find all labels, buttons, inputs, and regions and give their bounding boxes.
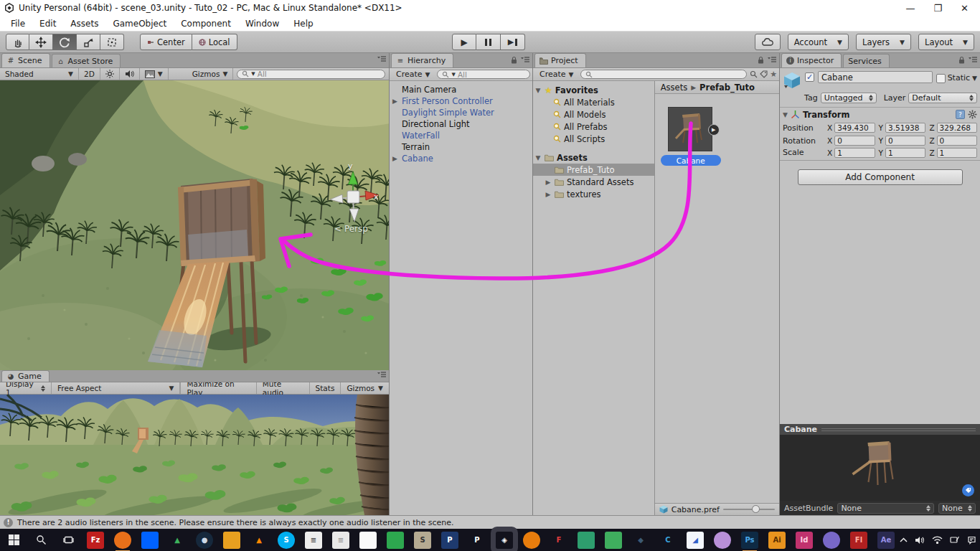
tree-all-prefabs[interactable]: All Prefabs — [533, 121, 654, 133]
lock-icon[interactable] — [958, 56, 965, 64]
maximize-on-play-button[interactable]: Maximize on Play — [180, 382, 255, 394]
status-bar[interactable]: ! There are 2 audio listeners in the sce… — [0, 515, 980, 529]
start-button[interactable] — [0, 529, 27, 551]
assetbundle-variant-dropdown[interactable]: None — [938, 503, 976, 514]
app-orange-lock-icon[interactable] — [223, 532, 240, 549]
tab-scene[interactable]: #Scene — [1, 53, 50, 67]
hierarchy-item-terrain[interactable]: Terrain — [390, 141, 532, 153]
help-icon[interactable]: ? — [956, 110, 965, 119]
photoshop-icon[interactable]: Ps — [741, 532, 758, 549]
menu-window[interactable]: Window — [239, 17, 286, 30]
menu-component[interactable]: Component — [174, 17, 237, 30]
scale-z-field[interactable]: 1 — [937, 148, 977, 158]
blender-icon[interactable] — [523, 532, 540, 549]
asset-cabane-thumbnail[interactable] — [668, 107, 712, 151]
gameobject-name-field[interactable]: Cabane — [818, 71, 933, 83]
panel-menu-icon[interactable] — [969, 57, 977, 63]
google-drive-icon[interactable]: ▲ — [169, 532, 186, 549]
lock-icon[interactable] — [758, 56, 764, 64]
hierarchy-item-daylight-simple-water[interactable]: Daylight Simple Water — [390, 107, 532, 118]
tab-services[interactable]: Services — [843, 54, 889, 67]
tree-assets[interactable]: ▼ Assets — [533, 151, 654, 164]
scene-viewport[interactable]: y x < Persp — [0, 80, 389, 370]
persp-toggle[interactable]: < Persp — [334, 224, 368, 234]
app-teal-1-icon[interactable] — [578, 532, 595, 549]
gizmo-center-cube[interactable] — [347, 191, 359, 203]
tab-game[interactable]: ◕Game — [1, 370, 50, 382]
rotate-tool-button[interactable] — [53, 34, 77, 50]
hierarchy-item-main-camera[interactable]: Main Camera — [390, 84, 532, 95]
app-ruler-icon[interactable]: ◢ — [687, 532, 704, 549]
firefox-icon[interactable] — [114, 532, 131, 549]
move-tool-button[interactable] — [29, 34, 53, 50]
draw-mode-dropdown[interactable]: Shaded▼ — [0, 68, 79, 80]
app-shield-icon[interactable]: ◆ — [632, 532, 649, 549]
position-z-field[interactable]: 329.268 — [937, 123, 977, 133]
scale-x-field[interactable]: 1 — [834, 148, 875, 158]
project-search-input[interactable] — [580, 70, 747, 79]
account-dropdown[interactable]: Account▼ — [788, 34, 849, 50]
vlc-icon[interactable]: ▲ — [250, 532, 268, 549]
pause-button[interactable] — [476, 34, 501, 50]
app-green-icon[interactable] — [387, 532, 404, 549]
layers-dropdown[interactable]: Layers▼ — [856, 34, 911, 50]
add-component-button[interactable]: Add Component — [798, 169, 963, 185]
expand-arrow-icon[interactable]: ▶ — [545, 179, 552, 186]
aspect-dropdown[interactable]: Free Aspect▼ — [52, 382, 180, 394]
app-p-dark-icon[interactable]: P — [441, 532, 458, 549]
mute-audio-button[interactable]: Mute audio — [256, 382, 309, 394]
tree-all-materials[interactable]: All Materials — [533, 96, 654, 108]
app-f-red-icon[interactable]: F — [550, 532, 567, 549]
menu-file[interactable]: File — [4, 17, 32, 30]
menu-help[interactable]: Help — [287, 17, 319, 30]
active-checkbox[interactable]: ✓ — [805, 72, 814, 82]
breadcrumb-current[interactable]: Prefab_Tuto — [699, 83, 755, 93]
maximize-button[interactable]: ❐ — [933, 3, 942, 14]
thumbnail-expand-icon[interactable]: ▶ — [708, 124, 720, 136]
chevron-down-icon[interactable]: ▼ — [972, 75, 977, 82]
favorite-search-icon[interactable]: ★ — [770, 70, 777, 79]
slider-thumb[interactable] — [752, 505, 760, 513]
tree-all-scripts[interactable]: All Scripts — [533, 133, 654, 145]
2d-toggle-button[interactable]: 2D — [79, 68, 100, 80]
play-button[interactable]: ▶ — [452, 34, 476, 50]
effects-dropdown[interactable]: ▼ — [140, 68, 169, 80]
expand-arrow-icon[interactable]: ▶ — [392, 155, 397, 162]
tree-prefab-tuto[interactable]: Prefab_Tuto — [533, 164, 654, 176]
space-toggle-button[interactable]: Local — [192, 34, 237, 50]
audio-toggle-button[interactable] — [120, 68, 140, 80]
close-button[interactable]: ✕ — [961, 3, 969, 14]
panel-menu-icon[interactable] — [521, 57, 529, 63]
dropbox-icon[interactable] — [141, 532, 159, 549]
filezilla-icon[interactable]: Fz — [87, 532, 104, 549]
expand-arrow-icon[interactable]: ▼ — [534, 87, 542, 94]
cloud-button[interactable] — [755, 34, 781, 50]
assetbundle-dropdown[interactable]: None — [837, 503, 934, 514]
wifi-icon[interactable] — [932, 536, 943, 544]
hierarchy-create-button[interactable]: Create▼ — [392, 69, 434, 80]
rotation-x-field[interactable]: 0 — [834, 136, 875, 146]
app-c-blue-icon[interactable]: C — [659, 532, 677, 549]
tree-favorites[interactable]: ▼ ★ Favorites — [533, 84, 654, 96]
skype-icon[interactable]: S — [278, 532, 295, 549]
position-x-field[interactable]: 349.430 — [834, 123, 875, 133]
project-create-button[interactable]: Create▼ — [535, 69, 578, 80]
panel-menu-icon[interactable] — [377, 372, 386, 378]
calculator-icon[interactable]: ≡ — [305, 532, 322, 549]
rotation-z-field[interactable]: 0 — [937, 136, 977, 146]
preview-drag-handle[interactable] — [821, 428, 976, 431]
lock-icon[interactable] — [511, 56, 517, 64]
action-center-icon[interactable] — [967, 536, 976, 545]
static-checkbox[interactable]: ✓ — [936, 74, 946, 83]
component-title[interactable]: Transform — [803, 110, 953, 120]
tab-asset-store[interactable]: ⌂Asset Store — [52, 54, 121, 67]
tab-project[interactable]: Project — [534, 53, 586, 67]
app-sphere-icon[interactable] — [714, 532, 731, 549]
hand-tool-button[interactable] — [6, 34, 29, 50]
app-teal-2-icon[interactable] — [605, 532, 622, 549]
expand-arrow-icon[interactable]: ▶ — [392, 98, 397, 105]
hierarchy-item-cabane[interactable]: ▶Cabane — [390, 153, 532, 164]
hierarchy-search-input[interactable]: ▼ All — [437, 70, 530, 79]
indesign-icon[interactable]: Id — [796, 532, 813, 549]
panel-menu-icon[interactable] — [768, 57, 776, 63]
